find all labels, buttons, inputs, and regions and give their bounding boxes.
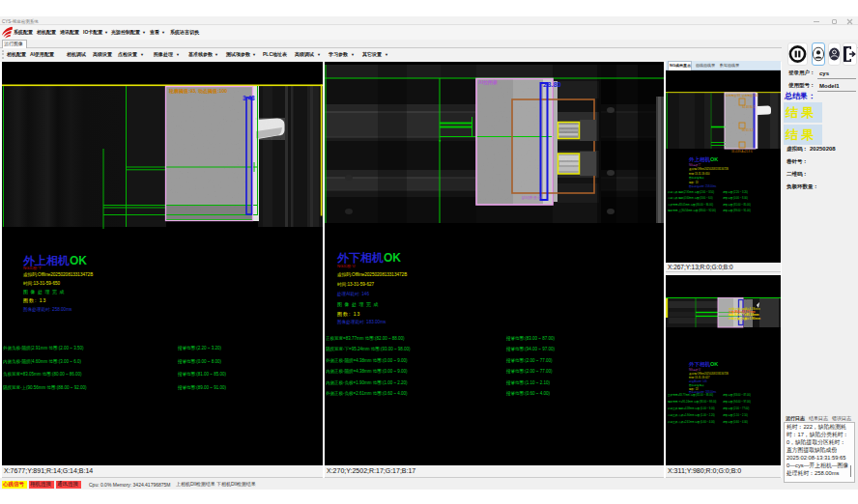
svg-text:33.4-89.Au21.8 6: 33.4-89.Au21.8 6 <box>731 150 753 154</box>
svg-text:内侧正极-负极=1.90mm: 内侧正极-负极=1.90mm <box>729 317 760 321</box>
svg-text:66.61 3.2: 66.61 3.2 <box>742 128 754 132</box>
svg-text:34.48 86.1: 34.48 86.1 <box>742 105 756 109</box>
svg-text:轮廓阈值:93, 动态阈值:100: 轮廓阈值:93, 动态阈值:100 <box>726 94 758 98</box>
